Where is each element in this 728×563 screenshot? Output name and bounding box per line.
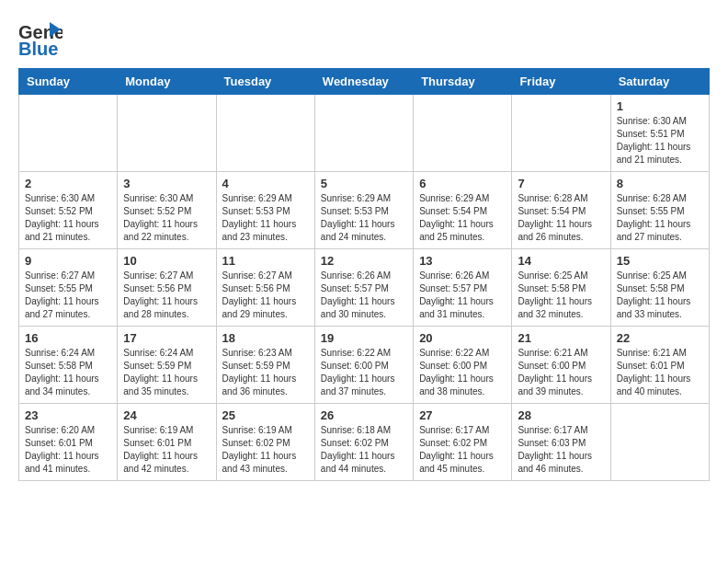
day-number: 15 <box>617 254 703 268</box>
day-cell: 18Sunrise: 6:23 AM Sunset: 5:59 PM Dayli… <box>216 327 314 404</box>
day-number: 23 <box>25 408 111 422</box>
day-info: Sunrise: 6:27 AM Sunset: 5:55 PM Dayligh… <box>25 270 111 321</box>
weekday-tuesday: Tuesday <box>216 69 314 95</box>
week-row-0: 1Sunrise: 6:30 AM Sunset: 5:51 PM Daylig… <box>19 95 710 172</box>
day-number: 7 <box>518 177 604 190</box>
day-info: Sunrise: 6:19 AM Sunset: 6:02 PM Dayligh… <box>222 424 309 476</box>
day-number: 16 <box>25 331 111 345</box>
day-number: 8 <box>617 177 703 190</box>
calendar-body: 1Sunrise: 6:30 AM Sunset: 5:51 PM Daylig… <box>19 95 710 481</box>
day-cell: 20Sunrise: 6:22 AM Sunset: 6:00 PM Dayli… <box>414 327 512 404</box>
day-info: Sunrise: 6:30 AM Sunset: 5:52 PM Dayligh… <box>123 192 210 244</box>
day-cell: 21Sunrise: 6:21 AM Sunset: 6:00 PM Dayli… <box>512 327 610 404</box>
day-cell: 16Sunrise: 6:24 AM Sunset: 5:58 PM Dayli… <box>19 327 118 404</box>
day-cell: 25Sunrise: 6:19 AM Sunset: 6:02 PM Dayli… <box>216 404 314 481</box>
weekday-sunday: Sunday <box>19 69 118 95</box>
day-number: 24 <box>123 408 210 422</box>
day-cell: 17Sunrise: 6:24 AM Sunset: 5:59 PM Dayli… <box>118 327 216 404</box>
day-cell: 13Sunrise: 6:26 AM Sunset: 5:57 PM Dayli… <box>414 249 512 327</box>
day-info: Sunrise: 6:27 AM Sunset: 5:56 PM Dayligh… <box>222 270 309 321</box>
day-info: Sunrise: 6:21 AM Sunset: 6:00 PM Dayligh… <box>518 347 604 398</box>
day-number: 28 <box>518 408 604 422</box>
day-cell: 26Sunrise: 6:18 AM Sunset: 6:02 PM Dayli… <box>314 404 413 481</box>
day-number: 4 <box>222 177 309 190</box>
day-cell <box>118 95 216 172</box>
day-info: Sunrise: 6:30 AM Sunset: 5:52 PM Dayligh… <box>25 192 111 244</box>
week-row-4: 23Sunrise: 6:20 AM Sunset: 6:01 PM Dayli… <box>19 404 710 481</box>
day-number: 11 <box>222 254 309 268</box>
day-info: Sunrise: 6:24 AM Sunset: 5:58 PM Dayligh… <box>25 347 111 398</box>
day-cell: 28Sunrise: 6:17 AM Sunset: 6:03 PM Dayli… <box>512 404 610 481</box>
day-number: 14 <box>518 254 604 268</box>
day-info: Sunrise: 6:29 AM Sunset: 5:54 PM Dayligh… <box>419 192 506 244</box>
week-row-3: 16Sunrise: 6:24 AM Sunset: 5:58 PM Dayli… <box>19 327 710 404</box>
day-cell: 15Sunrise: 6:25 AM Sunset: 5:58 PM Dayli… <box>610 249 709 327</box>
day-number: 19 <box>321 331 407 345</box>
day-cell: 1Sunrise: 6:30 AM Sunset: 5:51 PM Daylig… <box>610 95 709 172</box>
week-row-2: 9Sunrise: 6:27 AM Sunset: 5:55 PM Daylig… <box>19 249 710 327</box>
day-info: Sunrise: 6:19 AM Sunset: 6:01 PM Dayligh… <box>123 424 210 476</box>
day-cell: 14Sunrise: 6:25 AM Sunset: 5:58 PM Dayli… <box>512 249 610 327</box>
day-cell: 23Sunrise: 6:20 AM Sunset: 6:01 PM Dayli… <box>19 404 118 481</box>
day-cell: 4Sunrise: 6:29 AM Sunset: 5:53 PM Daylig… <box>216 172 314 249</box>
day-info: Sunrise: 6:17 AM Sunset: 6:03 PM Dayligh… <box>518 424 604 476</box>
weekday-monday: Monday <box>118 69 216 95</box>
day-cell: 2Sunrise: 6:30 AM Sunset: 5:52 PM Daylig… <box>19 172 118 249</box>
day-info: Sunrise: 6:29 AM Sunset: 5:53 PM Dayligh… <box>222 192 309 244</box>
day-info: Sunrise: 6:21 AM Sunset: 6:01 PM Dayligh… <box>617 347 703 398</box>
day-cell: 27Sunrise: 6:17 AM Sunset: 6:02 PM Dayli… <box>414 404 512 481</box>
day-info: Sunrise: 6:29 AM Sunset: 5:53 PM Dayligh… <box>321 192 407 244</box>
day-cell: 5Sunrise: 6:29 AM Sunset: 5:53 PM Daylig… <box>314 172 413 249</box>
day-number: 12 <box>321 254 407 268</box>
day-info: Sunrise: 6:20 AM Sunset: 6:01 PM Dayligh… <box>25 424 111 476</box>
day-info: Sunrise: 6:17 AM Sunset: 6:02 PM Dayligh… <box>419 424 506 476</box>
day-number: 26 <box>321 408 407 422</box>
day-cell <box>19 95 118 172</box>
day-cell: 11Sunrise: 6:27 AM Sunset: 5:56 PM Dayli… <box>216 249 314 327</box>
calendar: SundayMondayTuesdayWednesdayThursdayFrid… <box>18 68 710 481</box>
day-cell: 24Sunrise: 6:19 AM Sunset: 6:01 PM Dayli… <box>118 404 216 481</box>
day-info: Sunrise: 6:24 AM Sunset: 5:59 PM Dayligh… <box>123 347 210 398</box>
day-cell: 8Sunrise: 6:28 AM Sunset: 5:55 PM Daylig… <box>610 172 709 249</box>
day-info: Sunrise: 6:27 AM Sunset: 5:56 PM Dayligh… <box>123 270 210 321</box>
day-number: 20 <box>419 331 506 345</box>
day-cell <box>610 404 709 481</box>
weekday-saturday: Saturday <box>610 69 709 95</box>
day-cell: 9Sunrise: 6:27 AM Sunset: 5:55 PM Daylig… <box>19 249 118 327</box>
day-number: 2 <box>25 177 111 190</box>
day-cell: 19Sunrise: 6:22 AM Sunset: 6:00 PM Dayli… <box>314 327 413 404</box>
svg-text:Blue: Blue <box>18 39 58 59</box>
day-cell: 3Sunrise: 6:30 AM Sunset: 5:52 PM Daylig… <box>118 172 216 249</box>
day-cell <box>314 95 413 172</box>
day-info: Sunrise: 6:28 AM Sunset: 5:55 PM Dayligh… <box>617 192 703 244</box>
day-info: Sunrise: 6:22 AM Sunset: 6:00 PM Dayligh… <box>321 347 407 398</box>
day-cell: 22Sunrise: 6:21 AM Sunset: 6:01 PM Dayli… <box>610 327 709 404</box>
day-cell: 6Sunrise: 6:29 AM Sunset: 5:54 PM Daylig… <box>414 172 512 249</box>
day-number: 13 <box>419 254 506 268</box>
header: General Blue <box>18 18 710 59</box>
day-info: Sunrise: 6:22 AM Sunset: 6:00 PM Dayligh… <box>419 347 506 398</box>
logo-icon: General Blue <box>18 18 63 59</box>
day-cell <box>216 95 314 172</box>
weekday-header: SundayMondayTuesdayWednesdayThursdayFrid… <box>19 69 710 95</box>
logo: General Blue <box>18 18 63 59</box>
day-number: 22 <box>617 331 703 345</box>
day-number: 6 <box>419 177 506 190</box>
day-number: 21 <box>518 331 604 345</box>
weekday-friday: Friday <box>512 69 610 95</box>
day-info: Sunrise: 6:25 AM Sunset: 5:58 PM Dayligh… <box>518 270 604 321</box>
day-cell: 10Sunrise: 6:27 AM Sunset: 5:56 PM Dayli… <box>118 249 216 327</box>
day-number: 3 <box>123 177 210 190</box>
day-number: 17 <box>123 331 210 345</box>
day-number: 25 <box>222 408 309 422</box>
day-number: 18 <box>222 331 309 345</box>
day-cell: 7Sunrise: 6:28 AM Sunset: 5:54 PM Daylig… <box>512 172 610 249</box>
weekday-wednesday: Wednesday <box>314 69 413 95</box>
weekday-thursday: Thursday <box>414 69 512 95</box>
day-info: Sunrise: 6:25 AM Sunset: 5:58 PM Dayligh… <box>617 270 703 321</box>
day-info: Sunrise: 6:30 AM Sunset: 5:51 PM Dayligh… <box>617 115 703 167</box>
day-number: 9 <box>25 254 111 268</box>
day-info: Sunrise: 6:18 AM Sunset: 6:02 PM Dayligh… <box>321 424 407 476</box>
day-cell <box>414 95 512 172</box>
day-info: Sunrise: 6:23 AM Sunset: 5:59 PM Dayligh… <box>222 347 309 398</box>
